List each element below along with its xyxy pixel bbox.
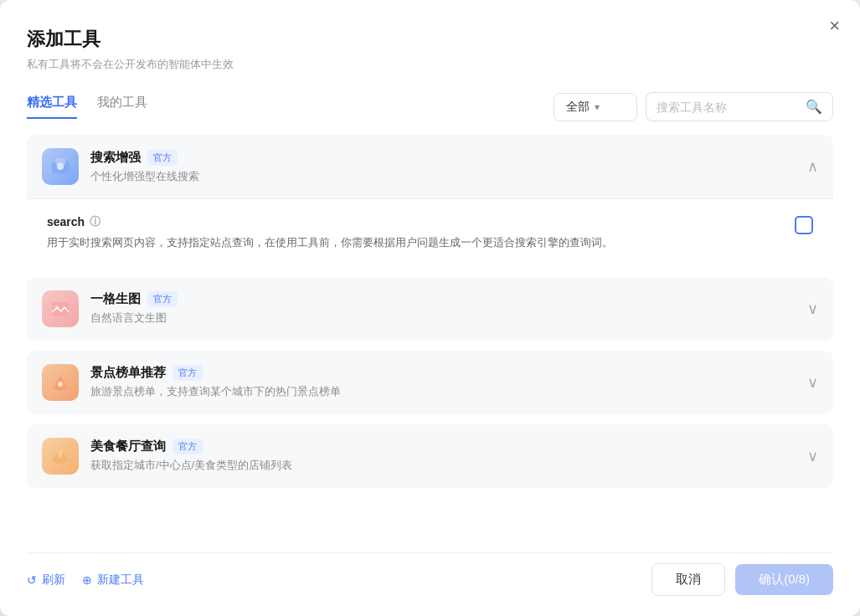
tool-main-info-image-gen: 一格生图 官方 自然语言文生图 bbox=[90, 291, 799, 326]
chevron-down-icon-image-gen: ∨ bbox=[807, 300, 818, 318]
dialog-title: 添加工具 bbox=[27, 27, 833, 52]
svg-rect-8 bbox=[59, 451, 62, 458]
chevron-down-icon-scenic: ∨ bbox=[807, 373, 818, 392]
tool-checkbox-search[interactable] bbox=[795, 216, 813, 234]
tool-card-food: 美食餐厅查询 官方 获取指定城市/中心点/美食类型的店铺列表 ∨ bbox=[27, 424, 833, 488]
tool-card-scenic: 景点榜单推荐 官方 旅游景点榜单，支持查询某个城市下的热门景点榜单 ∨ bbox=[27, 351, 833, 414]
chevron-down-icon: ▾ bbox=[595, 101, 600, 113]
tabs-filter-row: 精选工具 我的工具 全部 ▾ 🔍 bbox=[27, 92, 833, 121]
tool-main-info-scenic: 景点榜单推荐 官方 旅游景点榜单，支持查询某个城市下的热门景点榜单 bbox=[90, 365, 799, 399]
tool-icon-food bbox=[42, 438, 79, 475]
tool-search-box: 🔍 bbox=[646, 92, 833, 121]
confirm-button[interactable]: 确认(0/8) bbox=[735, 564, 833, 595]
tool-desc-scenic: 旅游景点榜单，支持查询某个城市下的热门景点榜单 bbox=[90, 384, 799, 399]
dialog-footer: ↺ 刷新 ⊕ 新建工具 取消 确认(0/8) bbox=[27, 552, 833, 596]
plus-icon: ⊕ bbox=[82, 573, 92, 587]
badge-official-food: 官方 bbox=[173, 439, 203, 454]
tab-my-tools[interactable]: 我的工具 bbox=[97, 95, 147, 119]
tool-card-header-search-enhance[interactable]: 搜索增强 官方 个性化增强型在线搜索 ∧ bbox=[27, 135, 833, 198]
tool-icon-image-gen bbox=[42, 290, 79, 327]
tool-name-food: 美食餐厅查询 bbox=[90, 439, 166, 454]
tool-main-info-food: 美食餐厅查询 官方 获取指定城市/中心点/美食类型的店铺列表 bbox=[90, 439, 799, 473]
category-select-value: 全部 bbox=[566, 100, 590, 115]
search-input[interactable] bbox=[657, 100, 799, 114]
info-icon-search[interactable]: ⓘ bbox=[90, 214, 100, 229]
category-select[interactable]: 全部 ▾ bbox=[554, 93, 637, 121]
tool-name-search-enhance: 搜索增强 bbox=[90, 150, 141, 166]
tool-desc-search-enhance: 个性化增强型在线搜索 bbox=[90, 169, 799, 184]
tool-card-header-food[interactable]: 美食餐厅查询 官方 获取指定城市/中心点/美食类型的店铺列表 ∨ bbox=[27, 424, 833, 488]
close-button[interactable]: × bbox=[829, 17, 840, 35]
tool-card-header-scenic[interactable]: 景点榜单推荐 官方 旅游景点榜单，支持查询某个城市下的热门景点榜单 ∨ bbox=[27, 351, 833, 414]
svg-point-6 bbox=[58, 382, 63, 387]
tool-name-image-gen: 一格生图 bbox=[90, 291, 141, 307]
dialog-subtitle: 私有工具将不会在公开发布的智能体中生效 bbox=[27, 57, 833, 72]
chevron-up-icon-search-enhance: ∧ bbox=[807, 157, 818, 176]
refresh-button[interactable]: ↺ 刷新 bbox=[27, 572, 65, 588]
tool-card-image-gen: 一格生图 官方 自然语言文生图 ∨ bbox=[27, 277, 833, 341]
tool-main-info-search-enhance: 搜索增强 官方 个性化增强型在线搜索 bbox=[90, 150, 799, 184]
badge-official-image-gen: 官方 bbox=[147, 291, 178, 307]
tool-name-row-search-enhance: 搜索增强 官方 bbox=[90, 150, 799, 166]
footer-left: ↺ 刷新 ⊕ 新建工具 bbox=[27, 572, 144, 588]
tool-expand-name-search: search ⓘ bbox=[47, 214, 781, 229]
tool-card-search-enhance: 搜索增强 官方 个性化增强型在线搜索 ∧ search ⓘ 用于实时搜索网页内容… bbox=[27, 135, 833, 267]
tool-name-row-image-gen: 一格生图 官方 bbox=[90, 291, 799, 307]
tool-expand-inner-search: search ⓘ 用于实时搜索网页内容，支持指定站点查询，在使用工具前，你需要根… bbox=[47, 214, 781, 252]
tool-desc-image-gen: 自然语言文生图 bbox=[90, 311, 799, 326]
chevron-down-icon-food: ∨ bbox=[807, 447, 818, 465]
new-tool-button[interactable]: ⊕ 新建工具 bbox=[82, 572, 144, 588]
tab-featured[interactable]: 精选工具 bbox=[27, 95, 77, 119]
badge-official-search-enhance: 官方 bbox=[147, 150, 178, 166]
tool-name-row-scenic: 景点榜单推荐 官方 bbox=[90, 365, 799, 381]
tool-expand-search: search ⓘ 用于实时搜索网页内容，支持指定站点查询，在使用工具前，你需要根… bbox=[27, 198, 833, 267]
tool-card-header-image-gen[interactable]: 一格生图 官方 自然语言文生图 ∨ bbox=[27, 277, 833, 341]
new-tool-label: 新建工具 bbox=[97, 572, 144, 588]
tool-expand-desc-search: 用于实时搜索网页内容，支持指定站点查询，在使用工具前，你需要根据用户问题生成一个… bbox=[47, 234, 781, 252]
tool-icon-scenic bbox=[42, 364, 79, 401]
tool-desc-food: 获取指定城市/中心点/美食类型的店铺列表 bbox=[90, 458, 799, 473]
cancel-button[interactable]: 取消 bbox=[651, 563, 725, 596]
refresh-label: 刷新 bbox=[42, 572, 65, 588]
footer-right: 取消 确认(0/8) bbox=[651, 563, 833, 596]
filter-area: 全部 ▾ 🔍 bbox=[554, 92, 833, 121]
tool-list: 搜索增强 官方 个性化增强型在线搜索 ∧ search ⓘ 用于实时搜索网页内容… bbox=[27, 135, 833, 536]
tool-icon-search-enhance bbox=[42, 148, 79, 185]
tool-name-scenic: 景点榜单推荐 bbox=[90, 365, 166, 381]
badge-official-scenic: 官方 bbox=[173, 365, 203, 381]
refresh-icon: ↺ bbox=[27, 573, 37, 587]
svg-point-2 bbox=[57, 163, 64, 170]
search-icon: 🔍 bbox=[806, 99, 822, 115]
add-tool-dialog: × 添加工具 私有工具将不会在公开发布的智能体中生效 精选工具 我的工具 全部 … bbox=[0, 0, 860, 616]
tool-name-row-food: 美食餐厅查询 官方 bbox=[90, 439, 799, 454]
tab-bar: 精选工具 我的工具 bbox=[27, 95, 167, 119]
